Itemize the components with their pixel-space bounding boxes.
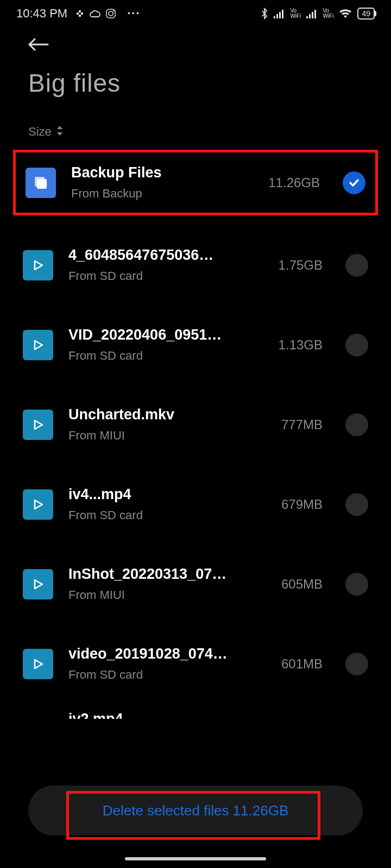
file-size: 605MB [281,577,323,592]
checkbox-unchecked[interactable] [345,653,368,675]
file-name: VID_20220406_0951… [68,327,263,343]
svg-rect-9 [279,12,281,18]
svg-rect-16 [37,179,47,189]
video-file-icon [23,649,53,679]
svg-rect-10 [282,10,283,18]
file-row[interactable]: Backup Files From Backup 11.26GB [19,155,372,210]
delete-selected-button[interactable]: Delete selected files 11.26GB [28,786,363,835]
file-size: 601MB [281,656,323,672]
file-size: 777MB [281,417,323,432]
file-row[interactable]: 4_60485647675036… From SD card 1.75GB [16,237,375,293]
page-title: Big files [0,68,391,125]
slack-icon [75,9,85,18]
file-info: 4_60485647675036… From SD card [68,247,263,283]
file-size: 679MB [281,497,323,512]
file-name: 4_60485647675036… [68,247,263,264]
backup-file-icon [26,168,56,198]
status-time: 10:43 PM [16,7,67,21]
checkbox-unchecked[interactable] [345,493,368,516]
file-row[interactable]: video_20191028_074… From SD card 601MB [16,636,375,692]
svg-rect-13 [312,12,313,18]
instagram-icon [105,8,116,19]
checkbox-unchecked[interactable] [345,413,368,436]
svg-rect-8 [276,14,278,18]
checkbox-unchecked[interactable] [345,254,368,277]
status-left: 10:43 PM ··· [16,7,141,21]
file-info: video_20191028_074… From SD card [68,646,266,682]
file-info: Backup Files From Backup [71,164,253,201]
back-row [0,26,391,68]
sort-icon [56,125,64,139]
sort-dropdown[interactable]: Size [0,125,391,150]
svg-rect-2 [79,10,81,12]
file-list: Backup Files From Backup 11.26GB 4_60485… [0,150,391,719]
svg-point-5 [109,11,113,16]
svg-rect-0 [77,12,79,15]
file-info: VID_20220406_0951… From SD card [68,327,263,363]
vowifi-1-label: VoWiFi [290,8,301,19]
video-file-icon [23,330,53,360]
delete-label: Delete selected files 11.26GB [103,802,289,819]
home-indicator[interactable] [125,857,266,860]
video-file-icon [23,250,53,280]
file-source: From SD card [68,349,263,363]
file-size: 1.75GB [279,258,323,273]
file-info: iv2 mp4 [68,711,368,719]
svg-rect-14 [314,10,316,18]
file-name: Uncharted.mkv [68,406,266,423]
cloud-icon [89,9,101,18]
svg-rect-1 [81,12,83,15]
file-size: 11.26GB [268,175,320,190]
file-info: Uncharted.mkv From MIUI [68,406,266,443]
svg-rect-7 [274,16,275,18]
svg-rect-11 [306,16,308,18]
file-row-partial[interactable]: iv2 mp4 [16,692,375,719]
file-row[interactable]: VID_20220406_0951… From SD card 1.13GB [16,317,375,373]
file-info: InShot_20220313_07… From MIUI [68,566,266,602]
file-source: From MIUI [68,588,266,602]
svg-rect-12 [309,14,311,18]
file-name: iv2 mp4 [68,711,368,719]
file-name: video_20191028_074… [68,646,266,662]
signal-2-icon [306,9,317,18]
file-source: From SD card [68,668,266,682]
file-source: From SD card [68,269,263,283]
highlight-annotation: Backup Files From Backup 11.26GB [13,150,378,215]
vowifi-2-label: VoWiFi [323,8,333,19]
sort-label: Size [28,125,52,139]
file-size: 1.13GB [279,337,323,353]
checkbox-unchecked[interactable] [345,334,368,356]
video-file-icon [23,410,53,440]
file-source: From MIUI [68,429,266,443]
file-info: iv4...mp4 From SD card [68,486,266,522]
battery-indicator: 49 [357,8,375,20]
video-file-icon [23,569,53,599]
file-source: From Backup [71,187,253,201]
file-name: Backup Files [71,164,253,181]
back-button[interactable] [27,37,364,52]
file-name: InShot_20220313_07… [68,566,266,583]
wifi-icon [339,9,352,18]
status-bar: 10:43 PM ··· VoWiFi VoWiFi 49 [0,0,391,26]
file-row[interactable]: Uncharted.mkv From MIUI 777MB [16,397,375,452]
svg-point-6 [113,10,114,11]
more-icon: ··· [127,7,140,21]
video-file-icon [23,489,53,520]
file-row[interactable]: InShot_20220313_07… From MIUI 605MB [16,556,375,612]
file-source: From SD card [68,508,266,522]
svg-rect-3 [79,15,81,17]
status-right: VoWiFi VoWiFi 49 [261,8,375,20]
checkbox-unchecked[interactable] [345,573,368,596]
file-row[interactable]: iv4...mp4 From SD card 679MB [16,476,375,532]
bluetooth-icon [261,8,268,20]
signal-1-icon [274,9,285,18]
file-name: iv4...mp4 [68,486,266,503]
checkbox-checked[interactable] [343,171,365,194]
